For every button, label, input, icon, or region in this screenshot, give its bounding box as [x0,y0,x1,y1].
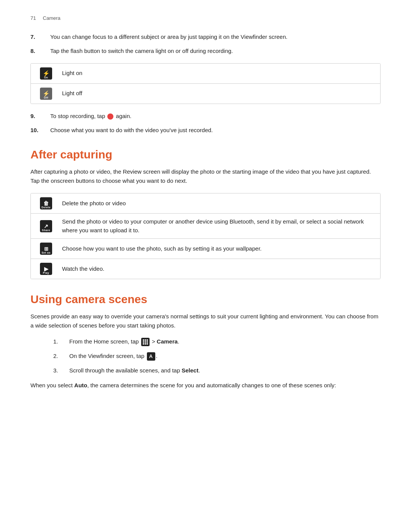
share-row: ↗ Share Send the photo or video to your … [31,214,380,239]
step-text-1: From the Home screen, tap > Camera. [69,337,179,346]
step-num-2: 2. [53,351,69,361]
section-title: Camera [43,15,61,21]
item-text-9: To stop recording, tap again. [50,112,381,120]
step-text-2: On the Viewfinder screen, tap A. [69,351,158,361]
play-text: Watch the video. [62,265,104,273]
scene-step-2: 2. On the Viewfinder screen, tap A. [53,351,381,361]
camera-scenes-steps: 1. From the Home screen, tap > Camera. [30,337,381,375]
set-as-icon: ⊞ Set as [40,243,52,255]
flash-on-label: Light on [62,69,82,78]
set-as-icon-cell: ⊞ Set as [37,243,55,255]
step-num-3: 3. [53,366,69,375]
camera-scenes-heading: Using camera scenes [30,293,381,306]
set-as-row: ⊞ Set as Choose how you want to use the … [31,239,380,259]
item-text-8: Tap the flash button to switch the camer… [50,46,381,55]
numbered-list-9-10: 9. To stop recording, tap again. 10. Cho… [30,112,381,135]
share-icon: ↗ Share [40,220,52,232]
stop-icon [107,113,113,120]
item-text-7: You can change focus to a different subj… [50,32,381,41]
grid-icon [141,338,150,346]
set-as-text: Choose how you want to use the photo, su… [62,244,261,253]
item-text-10: Choose what you want to do with the vide… [50,126,381,134]
after-capturing-heading: After capturing [30,148,381,161]
item-num-9: 9. [30,112,50,120]
after-capturing-intro: After capturing a photo or video, the Re… [30,167,381,185]
delete-row: 🗑 Delete Delete the photo or video [31,193,380,214]
list-item-8: 8. Tap the flash button to switch the ca… [30,46,381,55]
list-item-10: 10. Choose what you want to do with the … [30,126,381,134]
share-icon-cell: ↗ Share [37,220,55,232]
after-capturing-table: 🗑 Delete Delete the photo or video ↗ Sha… [30,193,381,279]
flash-off-label: Light off [62,89,82,98]
flash-off-icon-cell: ⚡ Off [37,88,55,100]
play-icon: ▶ Play [40,263,52,275]
letter-a-icon: A [147,352,155,361]
item-num-10: 10. [30,126,50,134]
page-number: 71 [30,15,36,21]
flash-off-row: ⚡ Off Light off [31,84,380,104]
flash-on-icon-cell: ⚡ On [37,67,55,80]
delete-icon-cell: 🗑 Delete [37,197,55,209]
flash-off-icon: ⚡ Off [40,88,52,100]
camera-scenes-intro: Scenes provide an easy way to override y… [30,312,381,330]
camera-scenes-footer: When you select Auto, the camera determi… [30,381,381,390]
flash-on-row: ⚡ On Light on [31,64,380,84]
flash-on-icon: ⚡ On [40,67,52,80]
delete-text: Delete the photo or video [62,199,126,208]
step-text-3: Scroll through the available scenes, and… [69,366,200,375]
item-num-8: 8. [30,46,50,55]
scene-step-1: 1. From the Home screen, tap > Camera. [53,337,381,346]
delete-icon: 🗑 Delete [40,197,52,209]
step-num-1: 1. [53,337,69,346]
flash-table: ⚡ On Light on ⚡ Off Light off [30,63,381,104]
numbered-list-7-8: 7. You can change focus to a different s… [30,32,381,56]
scene-step-3: 3. Scroll through the available scenes, … [53,366,381,375]
page-header: 71 Camera [30,15,381,21]
play-icon-cell: ▶ Play [37,263,55,275]
list-item-9: 9. To stop recording, tap again. [30,112,381,120]
play-row: ▶ Play Watch the video. [31,259,380,279]
item-num-7: 7. [30,32,50,41]
list-item-7: 7. You can change focus to a different s… [30,32,381,41]
share-text: Send the photo or video to your computer… [62,217,374,235]
